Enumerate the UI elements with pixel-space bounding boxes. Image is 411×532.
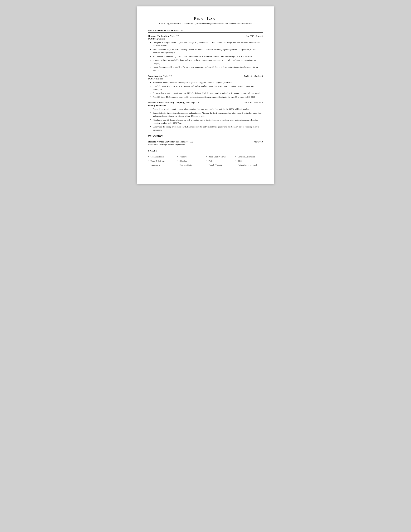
exp-bullets-3: Planned and tested parameter changes in … bbox=[148, 107, 263, 132]
edu-entry-1: Resume Worded University, San Francisco,… bbox=[148, 141, 263, 146]
bullet-item: Supervised the testing procedures on 4K … bbox=[150, 125, 263, 132]
skill-item-1: Foxboro bbox=[177, 155, 205, 159]
contact-info: Kansas City, Missouri • +1-234-456-789 •… bbox=[148, 22, 263, 25]
bullet-item: Performed preventative maintenance on 84… bbox=[150, 92, 263, 95]
edu-header-1: Resume Worded University, San Francisco,… bbox=[148, 141, 263, 143]
exp-company-3: Resume Worded's Exciting Company, San Di… bbox=[148, 101, 199, 104]
skill-item-0: Technical Skills bbox=[148, 155, 176, 159]
exp-company-1: Resume Worded, New York, NY bbox=[148, 35, 179, 37]
bullet-item: Installed 15 new PLC systems in accordan… bbox=[150, 85, 263, 91]
bullet-item: Programmed PLCs using ladder logic and s… bbox=[150, 59, 263, 65]
resume-page: First Last Kansas City, Missouri • +1-23… bbox=[137, 6, 274, 184]
skills-grid: Technical Skills Foxboro Allen Bradley P… bbox=[148, 155, 263, 167]
experience-section-title: Professional Experience bbox=[148, 29, 263, 33]
skill-item-2: Allen Bradley PLCs bbox=[206, 155, 234, 159]
skills-section: Skills Technical Skills Foxboro Allen Br… bbox=[148, 150, 263, 167]
edu-school-1: Resume Worded University, San Francisco,… bbox=[148, 141, 193, 143]
skill-item-8: Languages bbox=[148, 163, 176, 167]
exp-header-3: Resume Worded's Exciting Company, San Di… bbox=[148, 101, 263, 104]
experience-section: Professional Experience Resume Worded, N… bbox=[148, 29, 263, 132]
skills-section-title: Skills bbox=[148, 150, 263, 153]
skill-item-5: SCADA bbox=[177, 159, 205, 163]
bullet-item: Maintained over 50 documentations for ea… bbox=[150, 118, 263, 124]
education-section-title: Education bbox=[148, 135, 263, 138]
bullet-item: Updated programmable controllers' firmwa… bbox=[150, 66, 263, 72]
education-section: Education Resume Worded University, San … bbox=[148, 135, 263, 146]
skill-item-9: English (Native) bbox=[177, 163, 205, 167]
exp-bullets-2: Maintained a comprehensive inventory of … bbox=[148, 81, 263, 99]
exp-title-1: PLC Programmer bbox=[148, 38, 263, 40]
bullet-item: Designed 19 Programmable Logic Controlle… bbox=[150, 41, 263, 47]
header: First Last Kansas City, Missouri • +1-23… bbox=[148, 16, 263, 25]
exp-dates-2: Jan 2015 – May 2018 bbox=[244, 75, 263, 77]
bullet-item: Succeeded in implementing 12 PLC custom … bbox=[150, 55, 263, 58]
exp-entry-3: Resume Worded's Exciting Company, San Di… bbox=[148, 101, 263, 132]
skill-item-11: Polish (Conversational) bbox=[235, 163, 263, 167]
exp-entry-1: Resume Worded, New York, NY Jun 2018 – P… bbox=[148, 35, 263, 72]
exp-entry-2: Growthsi, New York, NY Jan 2015 – May 20… bbox=[148, 75, 263, 99]
exp-bullets-1: Designed 19 Programmable Logic Controlle… bbox=[148, 41, 263, 72]
skill-item-4: Tools & Software bbox=[148, 159, 176, 163]
exp-header-1: Resume Worded, New York, NY Jun 2018 – P… bbox=[148, 35, 263, 37]
exp-header-2: Growthsi, New York, NY Jan 2015 – May 20… bbox=[148, 75, 263, 77]
exp-dates-3: Jun 2010 – Dec 2014 bbox=[244, 101, 263, 104]
skill-item-6: PLC bbox=[206, 159, 234, 163]
skill-item-7: DCS bbox=[235, 159, 263, 163]
bullet-item: Maintained a comprehensive inventory of … bbox=[150, 81, 263, 84]
skill-item-10: French (Fluent) bbox=[206, 163, 234, 167]
bullet-item: Conducted daily inspections of machinery… bbox=[150, 111, 263, 118]
bullet-item: Fixed 21 faulty PLC programs using ladde… bbox=[150, 95, 263, 99]
bullet-item: Planned and tested parameter changes in … bbox=[150, 107, 263, 111]
exp-company-2: Growthsi, New York, NY bbox=[148, 75, 172, 77]
edu-degree-1: Bachelor of Science; Electrical Engineer… bbox=[148, 143, 263, 146]
exp-title-2: PLC Technician bbox=[148, 77, 263, 80]
candidate-name: First Last bbox=[148, 16, 263, 21]
exp-dates-1: Jun 2018 – Present bbox=[246, 35, 263, 37]
edu-date-1: May 2010 bbox=[254, 141, 263, 143]
bullet-item: Executed ladder logic for 32 PLCs using … bbox=[150, 48, 263, 54]
exp-title-3: Quality Technician bbox=[148, 104, 263, 107]
skill-item-3: Controls Automation bbox=[235, 155, 263, 159]
